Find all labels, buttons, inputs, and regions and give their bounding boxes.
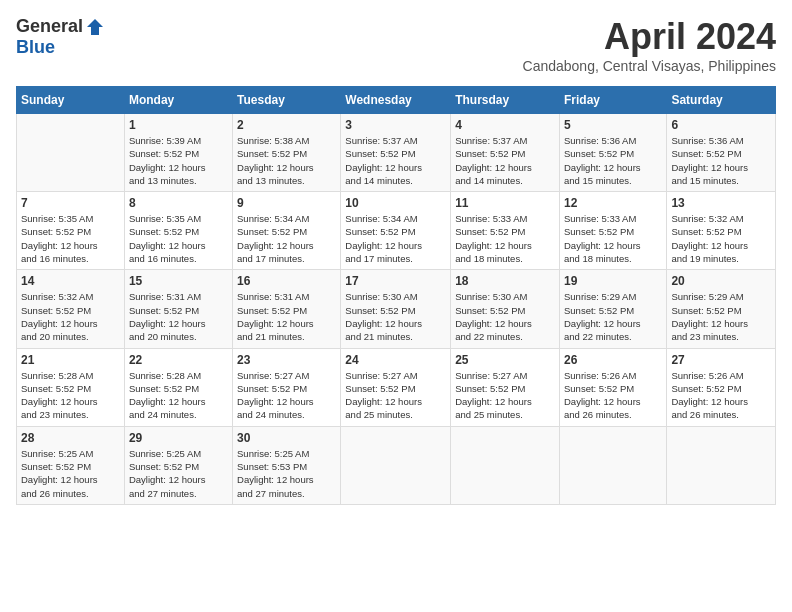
calendar-cell: 8Sunrise: 5:35 AMSunset: 5:52 PMDaylight… [124, 192, 232, 270]
calendar-week-row: 21Sunrise: 5:28 AMSunset: 5:52 PMDayligh… [17, 348, 776, 426]
calendar-cell: 3Sunrise: 5:37 AMSunset: 5:52 PMDaylight… [341, 114, 451, 192]
calendar-cell: 2Sunrise: 5:38 AMSunset: 5:52 PMDaylight… [233, 114, 341, 192]
column-header-saturday: Saturday [667, 87, 776, 114]
day-number: 12 [564, 196, 662, 210]
day-number: 3 [345, 118, 446, 132]
calendar-cell: 5Sunrise: 5:36 AMSunset: 5:52 PMDaylight… [559, 114, 666, 192]
day-info: Sunrise: 5:37 AMSunset: 5:52 PMDaylight:… [345, 134, 446, 187]
column-header-friday: Friday [559, 87, 666, 114]
calendar-cell: 19Sunrise: 5:29 AMSunset: 5:52 PMDayligh… [559, 270, 666, 348]
day-info: Sunrise: 5:28 AMSunset: 5:52 PMDaylight:… [129, 369, 228, 422]
day-number: 24 [345, 353, 446, 367]
calendar-header-row: SundayMondayTuesdayWednesdayThursdayFrid… [17, 87, 776, 114]
title-section: April 2024 Candabong, Central Visayas, P… [523, 16, 776, 74]
day-info: Sunrise: 5:26 AMSunset: 5:52 PMDaylight:… [564, 369, 662, 422]
column-header-sunday: Sunday [17, 87, 125, 114]
calendar-cell [667, 426, 776, 504]
calendar-cell: 12Sunrise: 5:33 AMSunset: 5:52 PMDayligh… [559, 192, 666, 270]
day-info: Sunrise: 5:36 AMSunset: 5:52 PMDaylight:… [564, 134, 662, 187]
day-info: Sunrise: 5:34 AMSunset: 5:52 PMDaylight:… [237, 212, 336, 265]
calendar-cell: 25Sunrise: 5:27 AMSunset: 5:52 PMDayligh… [451, 348, 560, 426]
day-info: Sunrise: 5:38 AMSunset: 5:52 PMDaylight:… [237, 134, 336, 187]
day-info: Sunrise: 5:28 AMSunset: 5:52 PMDaylight:… [21, 369, 120, 422]
day-info: Sunrise: 5:33 AMSunset: 5:52 PMDaylight:… [564, 212, 662, 265]
day-info: Sunrise: 5:30 AMSunset: 5:52 PMDaylight:… [345, 290, 446, 343]
calendar-cell: 11Sunrise: 5:33 AMSunset: 5:52 PMDayligh… [451, 192, 560, 270]
day-info: Sunrise: 5:26 AMSunset: 5:52 PMDaylight:… [671, 369, 771, 422]
page-header: General Blue April 2024 Candabong, Centr… [16, 16, 776, 74]
calendar-cell: 6Sunrise: 5:36 AMSunset: 5:52 PMDaylight… [667, 114, 776, 192]
day-number: 26 [564, 353, 662, 367]
day-info: Sunrise: 5:25 AMSunset: 5:52 PMDaylight:… [129, 447, 228, 500]
day-number: 8 [129, 196, 228, 210]
calendar-cell: 23Sunrise: 5:27 AMSunset: 5:52 PMDayligh… [233, 348, 341, 426]
calendar-week-row: 1Sunrise: 5:39 AMSunset: 5:52 PMDaylight… [17, 114, 776, 192]
calendar-cell: 7Sunrise: 5:35 AMSunset: 5:52 PMDaylight… [17, 192, 125, 270]
day-number: 25 [455, 353, 555, 367]
day-info: Sunrise: 5:29 AMSunset: 5:52 PMDaylight:… [671, 290, 771, 343]
calendar-cell: 29Sunrise: 5:25 AMSunset: 5:52 PMDayligh… [124, 426, 232, 504]
day-info: Sunrise: 5:27 AMSunset: 5:52 PMDaylight:… [237, 369, 336, 422]
day-number: 1 [129, 118, 228, 132]
calendar-cell: 24Sunrise: 5:27 AMSunset: 5:52 PMDayligh… [341, 348, 451, 426]
day-number: 18 [455, 274, 555, 288]
day-number: 11 [455, 196, 555, 210]
column-header-monday: Monday [124, 87, 232, 114]
logo: General Blue [16, 16, 105, 58]
calendar-week-row: 28Sunrise: 5:25 AMSunset: 5:52 PMDayligh… [17, 426, 776, 504]
logo-icon [85, 17, 105, 37]
calendar-cell [559, 426, 666, 504]
day-number: 4 [455, 118, 555, 132]
day-number: 19 [564, 274, 662, 288]
day-number: 27 [671, 353, 771, 367]
day-number: 13 [671, 196, 771, 210]
day-info: Sunrise: 5:39 AMSunset: 5:52 PMDaylight:… [129, 134, 228, 187]
day-number: 9 [237, 196, 336, 210]
day-number: 6 [671, 118, 771, 132]
location-text: Candabong, Central Visayas, Philippines [523, 58, 776, 74]
column-header-wednesday: Wednesday [341, 87, 451, 114]
calendar-cell: 21Sunrise: 5:28 AMSunset: 5:52 PMDayligh… [17, 348, 125, 426]
day-number: 5 [564, 118, 662, 132]
day-number: 14 [21, 274, 120, 288]
day-number: 15 [129, 274, 228, 288]
calendar-cell: 20Sunrise: 5:29 AMSunset: 5:52 PMDayligh… [667, 270, 776, 348]
calendar-cell: 13Sunrise: 5:32 AMSunset: 5:52 PMDayligh… [667, 192, 776, 270]
calendar-cell [451, 426, 560, 504]
calendar-cell: 14Sunrise: 5:32 AMSunset: 5:52 PMDayligh… [17, 270, 125, 348]
column-header-tuesday: Tuesday [233, 87, 341, 114]
logo-general-text: General [16, 16, 83, 37]
day-info: Sunrise: 5:25 AMSunset: 5:53 PMDaylight:… [237, 447, 336, 500]
day-number: 2 [237, 118, 336, 132]
day-number: 22 [129, 353, 228, 367]
calendar-cell: 1Sunrise: 5:39 AMSunset: 5:52 PMDaylight… [124, 114, 232, 192]
day-info: Sunrise: 5:35 AMSunset: 5:52 PMDaylight:… [21, 212, 120, 265]
day-number: 20 [671, 274, 771, 288]
svg-marker-0 [87, 19, 103, 35]
calendar-cell: 27Sunrise: 5:26 AMSunset: 5:52 PMDayligh… [667, 348, 776, 426]
day-number: 7 [21, 196, 120, 210]
day-info: Sunrise: 5:37 AMSunset: 5:52 PMDaylight:… [455, 134, 555, 187]
day-info: Sunrise: 5:27 AMSunset: 5:52 PMDaylight:… [455, 369, 555, 422]
calendar-week-row: 14Sunrise: 5:32 AMSunset: 5:52 PMDayligh… [17, 270, 776, 348]
column-header-thursday: Thursday [451, 87, 560, 114]
calendar-cell: 30Sunrise: 5:25 AMSunset: 5:53 PMDayligh… [233, 426, 341, 504]
day-info: Sunrise: 5:27 AMSunset: 5:52 PMDaylight:… [345, 369, 446, 422]
day-number: 17 [345, 274, 446, 288]
day-info: Sunrise: 5:32 AMSunset: 5:52 PMDaylight:… [21, 290, 120, 343]
calendar-week-row: 7Sunrise: 5:35 AMSunset: 5:52 PMDaylight… [17, 192, 776, 270]
calendar-cell: 26Sunrise: 5:26 AMSunset: 5:52 PMDayligh… [559, 348, 666, 426]
day-number: 29 [129, 431, 228, 445]
calendar-cell: 18Sunrise: 5:30 AMSunset: 5:52 PMDayligh… [451, 270, 560, 348]
calendar-cell: 15Sunrise: 5:31 AMSunset: 5:52 PMDayligh… [124, 270, 232, 348]
day-info: Sunrise: 5:33 AMSunset: 5:52 PMDaylight:… [455, 212, 555, 265]
day-number: 10 [345, 196, 446, 210]
day-info: Sunrise: 5:34 AMSunset: 5:52 PMDaylight:… [345, 212, 446, 265]
day-info: Sunrise: 5:30 AMSunset: 5:52 PMDaylight:… [455, 290, 555, 343]
calendar-table: SundayMondayTuesdayWednesdayThursdayFrid… [16, 86, 776, 505]
day-number: 16 [237, 274, 336, 288]
month-title: April 2024 [523, 16, 776, 58]
calendar-cell: 17Sunrise: 5:30 AMSunset: 5:52 PMDayligh… [341, 270, 451, 348]
calendar-cell [341, 426, 451, 504]
calendar-cell: 16Sunrise: 5:31 AMSunset: 5:52 PMDayligh… [233, 270, 341, 348]
